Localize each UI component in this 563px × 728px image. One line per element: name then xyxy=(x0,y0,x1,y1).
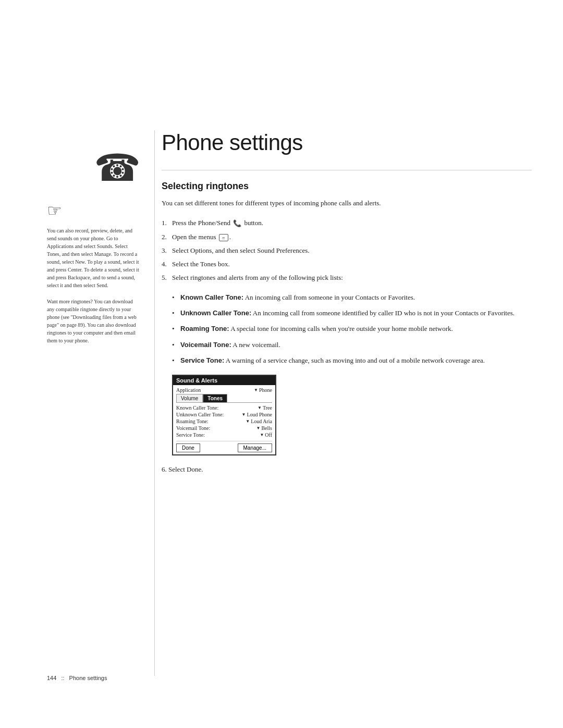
steps-list: 1. Press the Phone/Send 📞 button. 2. Ope… xyxy=(162,217,532,283)
screenshot-row-4-label: Service Tone: xyxy=(176,432,234,438)
step-6: 6. Select Done. xyxy=(162,464,532,475)
bullet-content-0: Known Caller Tone: An incoming call from… xyxy=(180,292,532,303)
screenshot-row-0-label: Known Caller Tone: xyxy=(176,405,234,411)
screenshot-app-row: Application ▼ Phone xyxy=(176,387,272,393)
screenshot-data-row-2: Roaming Tone: ▼ Loud Aria xyxy=(176,418,272,424)
bullet-dot-3: • xyxy=(172,339,180,351)
step-3: 3. Select Options, and then select Sound… xyxy=(162,245,532,256)
dropdown-arrow-app: ▼ xyxy=(254,388,258,392)
step-1: 1. Press the Phone/Send 📞 button. xyxy=(162,217,532,229)
bullet-term-3: Voicemail Tone: xyxy=(180,341,231,349)
screenshot-done-button[interactable]: Done xyxy=(176,443,200,452)
step-4-number: 4. xyxy=(162,258,172,270)
bullet-term-0: Known Caller Tone: xyxy=(180,293,243,301)
step-6-number: 6. xyxy=(162,465,167,473)
step-4: 4. Select the Tones box. xyxy=(162,258,532,270)
page-title: Phone settings xyxy=(162,130,532,155)
screenshot-buttons: Done Manage... xyxy=(176,441,272,452)
bullet-term-1: Unknown Caller Tone: xyxy=(180,309,251,317)
sidebar-text-1: You can also record, preview, delete, an… xyxy=(47,227,141,289)
page: ☎ ☞ You can also record, preview, delete… xyxy=(0,0,563,728)
screenshot-app-value: ▼ Phone xyxy=(254,387,272,393)
bullet-term-2: Roaming Tone: xyxy=(180,325,229,332)
screenshot-tab-volume[interactable]: Volume xyxy=(176,394,203,402)
screenshot-row-1-label: Unknown Caller Tone: xyxy=(176,412,234,417)
screenshot-data-row-0: Known Caller Tone: ▼ Tree xyxy=(176,405,272,411)
dropdown-arrow-4: ▼ xyxy=(260,433,264,437)
screenshot-data-row-4: Service Tone: ▼ Off xyxy=(176,432,272,438)
menu-inline-icon xyxy=(219,234,228,241)
column-divider xyxy=(154,130,155,676)
footer-page-number: 144 xyxy=(47,675,56,681)
sidebar-text-2: Want more ringtones? You can download an… xyxy=(47,298,141,344)
screenshot-row-2-label: Roaming Tone: xyxy=(176,418,234,424)
step-5-number: 5. xyxy=(162,272,172,283)
footer-section-name: Phone settings xyxy=(69,675,107,681)
step-2: 2. Open the menus . xyxy=(162,231,532,243)
step-5: 5. Select ringtones and alerts from any … xyxy=(162,272,532,283)
bullet-item-3: • Voicemail Tone: A new voicemail. xyxy=(172,339,532,351)
step-2-text: Open the menus . xyxy=(172,231,532,243)
dropdown-arrow-3: ▼ xyxy=(256,426,261,430)
bullet-term-4: Service Tone: xyxy=(180,356,224,364)
bullet-content-3: Voicemail Tone: A new voicemail. xyxy=(180,339,532,351)
screenshot-row-1-value: ▼ Loud Phone xyxy=(241,412,272,417)
bullet-content-2: Roaming Tone: A special tone for incomin… xyxy=(180,323,532,335)
screenshot-app-value-text: Phone xyxy=(259,387,272,393)
section-intro: You can set different tones for differen… xyxy=(162,198,532,209)
screenshot-data-row-3: Voicemail Tone: ▼ Bells xyxy=(176,425,272,431)
page-footer: 144 :: Phone settings xyxy=(47,675,107,681)
bullet-item-4: • Service Tone: A warning of a service c… xyxy=(172,355,532,366)
bullet-item-2: • Roaming Tone: A special tone for incom… xyxy=(172,323,532,335)
bullet-item-0: • Known Caller Tone: An incoming call fr… xyxy=(172,292,532,303)
hand-pointing-icon: ☞ xyxy=(47,201,141,220)
section-title: Selecting ringtones xyxy=(162,181,532,192)
bullet-dot-0: • xyxy=(172,292,180,303)
step-3-text: Select Options, and then select Sound Pr… xyxy=(172,245,532,256)
phone-icon-large: ☎ xyxy=(47,146,141,190)
step-6-text: Select Done. xyxy=(168,465,203,473)
dropdown-arrow-2: ▼ xyxy=(246,419,250,424)
left-sidebar: ☎ ☞ You can also record, preview, delete… xyxy=(47,146,141,353)
dropdown-arrow-1: ▼ xyxy=(241,412,246,417)
screenshot-row-0-value: ▼ Tree xyxy=(258,405,272,411)
step-2-number: 2. xyxy=(162,231,172,243)
screenshot-app-label: Application xyxy=(176,387,234,393)
step-1-number: 1. xyxy=(162,217,172,229)
screenshot-tab-tones[interactable]: Tones xyxy=(203,394,227,402)
bullet-content-4: Service Tone: A warning of a service cha… xyxy=(180,355,532,366)
bullet-item-1: • Unknown Caller Tone: An incoming call … xyxy=(172,307,532,319)
screenshot-body: Application ▼ Phone Volume Tones Known C… xyxy=(173,385,275,454)
screenshot-tab-row: Volume Tones xyxy=(176,394,272,403)
screenshot-title-bar: Sound & Alerts xyxy=(173,376,275,385)
step-4-text: Select the Tones box. xyxy=(172,258,532,270)
title-divider xyxy=(162,170,532,170)
bullet-desc-2: A special tone for incoming calls when y… xyxy=(230,325,453,332)
bullet-dot-1: • xyxy=(172,307,180,319)
bullet-list: • Known Caller Tone: An incoming call fr… xyxy=(172,292,532,366)
dropdown-arrow-0: ▼ xyxy=(258,405,262,410)
step-3-number: 3. xyxy=(162,245,172,256)
screenshot-row-3-value: ▼ Bells xyxy=(256,425,272,431)
screenshot-row-3-label: Voicemail Tone: xyxy=(176,425,234,431)
step-1-text: Press the Phone/Send 📞 button. xyxy=(172,217,532,229)
step-5-text: Select ringtones and alerts from any of … xyxy=(172,272,532,283)
phone-send-inline-icon: 📞 xyxy=(233,218,241,229)
bullet-desc-4: A warning of a service change, such as m… xyxy=(226,356,485,364)
main-content: Phone settings Selecting ringtones You c… xyxy=(162,130,532,475)
bullet-content-1: Unknown Caller Tone: An incoming call fr… xyxy=(180,307,532,319)
bullet-desc-1: An incoming call from someone identified… xyxy=(253,309,515,317)
screenshot-data-row-1: Unknown Caller Tone: ▼ Loud Phone xyxy=(176,412,272,417)
bullet-dot-2: • xyxy=(172,323,180,335)
bullet-desc-3: A new voicemail. xyxy=(232,341,280,349)
footer-separator: :: xyxy=(61,675,64,681)
screenshot-row-2-value: ▼ Loud Aria xyxy=(246,418,272,424)
bullet-dot-4: • xyxy=(172,355,180,366)
bullet-desc-0: An incoming call from someone in your Co… xyxy=(245,293,415,301)
screenshot-row-4-value: ▼ Off xyxy=(260,432,272,438)
screenshot-manage-button[interactable]: Manage... xyxy=(238,443,272,452)
screenshot-box: Sound & Alerts Application ▼ Phone Volum… xyxy=(172,375,276,455)
